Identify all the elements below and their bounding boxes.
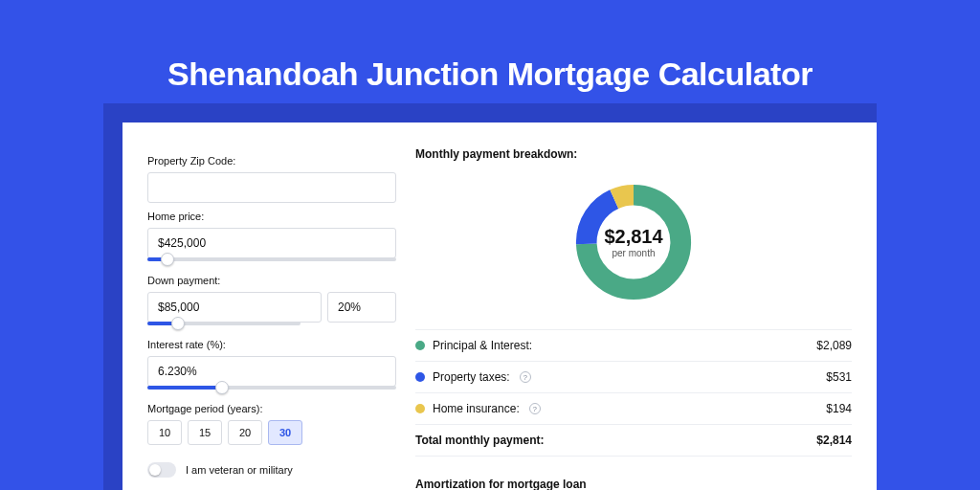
legend-label: Principal & Interest: — [433, 339, 532, 352]
period-option-20[interactable]: 20 — [228, 420, 262, 445]
zip-input[interactable] — [147, 172, 396, 203]
amortization-section: Amortization for mortgage loan Amortizat… — [415, 478, 852, 490]
info-icon[interactable]: ? — [520, 371, 531, 383]
legend-value: $194 — [826, 402, 852, 415]
legend-label: Home insurance: — [433, 402, 520, 415]
legend-value: $531 — [826, 370, 852, 384]
down-payment-pct-input[interactable] — [327, 292, 396, 323]
period-label: Mortgage period (years): — [147, 403, 396, 414]
breakdown-donut-chart: $2,814 per month — [571, 180, 696, 304]
down-payment-label: Down payment: — [147, 275, 396, 286]
donut-sub: per month — [612, 248, 655, 258]
page-title: Shenandoah Junction Mortgage Calculator — [0, 0, 980, 93]
legend-row-blue: Property taxes:?$531 — [415, 362, 852, 393]
info-icon[interactable]: ? — [529, 403, 541, 414]
legend-value: $2,089 — [816, 339, 852, 352]
breakdown-legend: Principal & Interest:$2,089Property taxe… — [415, 329, 852, 425]
form-panel: Property Zip Code: Home price: Down paym… — [147, 147, 396, 490]
period-option-30[interactable]: 30 — [268, 420, 302, 445]
home-price-label: Home price: — [147, 211, 396, 222]
home-price-slider[interactable] — [147, 254, 396, 267]
breakdown-heading: Monthly payment breakdown: — [415, 147, 852, 161]
amortization-heading: Amortization for mortgage loan — [415, 478, 852, 490]
calculator-card: Property Zip Code: Home price: Down paym… — [122, 122, 877, 490]
period-options: 10152030 — [147, 420, 396, 445]
veteran-toggle[interactable] — [147, 462, 176, 478]
legend-row-yellow: Home insurance:?$194 — [415, 393, 852, 425]
total-row: Total monthly payment: $2,814 — [415, 425, 852, 457]
legend-dot-icon — [415, 404, 425, 413]
interest-slider[interactable] — [147, 382, 396, 395]
donut-amount: $2,814 — [604, 226, 662, 248]
total-label: Total monthly payment: — [415, 434, 544, 447]
down-payment-slider[interactable] — [147, 318, 301, 331]
veteran-label: I am veteran or military — [186, 464, 293, 476]
interest-label: Interest rate (%): — [147, 339, 396, 350]
total-value: $2,814 — [816, 434, 852, 447]
legend-label: Property taxes: — [433, 370, 510, 384]
breakdown-panel: Monthly payment breakdown: $2,814 per mo… — [415, 147, 852, 490]
legend-dot-icon — [415, 372, 425, 382]
period-option-10[interactable]: 10 — [147, 420, 182, 445]
zip-label: Property Zip Code: — [147, 155, 396, 167]
legend-row-green: Principal & Interest:$2,089 — [415, 330, 852, 362]
period-option-15[interactable]: 15 — [188, 420, 222, 445]
legend-dot-icon — [415, 341, 425, 350]
